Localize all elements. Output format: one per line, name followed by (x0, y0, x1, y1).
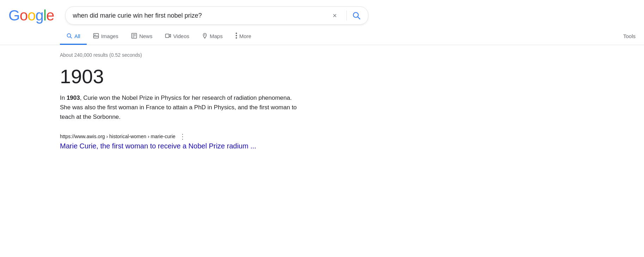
svg-line-1 (358, 17, 360, 19)
search-bar: × (65, 6, 368, 25)
nav-images-label: Images (101, 33, 118, 39)
search-nav-icon (66, 33, 72, 40)
search-divider (346, 11, 347, 20)
nav-item-more[interactable]: More (229, 27, 258, 45)
result-title-link[interactable]: Marie Curie, the first woman to receive … (60, 142, 256, 150)
nav-item-all[interactable]: All (60, 28, 87, 45)
logo-l: l (43, 7, 46, 24)
images-nav-icon (93, 33, 99, 40)
nav-items: All Images News (60, 27, 615, 45)
logo-g2: g (35, 7, 43, 24)
nav-all-label: All (74, 33, 80, 39)
svg-rect-10 (166, 34, 169, 37)
featured-answer: 1903 In 1903, Curie won the Nobel Prize … (60, 66, 303, 122)
result-options-icon[interactable]: ⋮ (179, 132, 187, 141)
logo-e: e (46, 7, 54, 24)
more-nav-icon (235, 32, 237, 40)
results-stats: About 240,000 results (0.52 seconds) (60, 52, 303, 58)
clear-icon[interactable]: × (333, 12, 337, 20)
logo-o1: o (20, 7, 27, 24)
nav-item-news[interactable]: News (125, 28, 159, 45)
nav-videos-label: Videos (173, 33, 189, 39)
featured-description: In 1903, Curie won the Nobel Prize in Ph… (60, 93, 303, 122)
logo-o2: o (27, 7, 35, 24)
maps-nav-icon (202, 33, 208, 40)
search-input[interactable] (73, 12, 332, 19)
search-result: https://www.awis.org › historical-women … (60, 132, 303, 150)
videos-nav-icon (165, 33, 171, 40)
svg-rect-4 (93, 33, 98, 38)
nav-maps-label: Maps (210, 33, 223, 39)
search-icon (352, 11, 361, 20)
logo-g1: G (8, 7, 20, 24)
main-content: About 240,000 results (0.52 seconds) 190… (0, 45, 303, 157)
featured-description-text: , Curie won the Nobel Prize in Physics f… (60, 94, 297, 120)
svg-point-14 (235, 37, 237, 39)
featured-year-bold: 1903 (67, 94, 80, 101)
nav-more-label: More (239, 33, 251, 39)
svg-line-3 (70, 37, 72, 38)
svg-point-13 (235, 35, 237, 36)
news-nav-icon (131, 33, 137, 40)
result-url-bar: https://www.awis.org › historical-women … (60, 132, 303, 141)
google-logo[interactable]: Google (8, 7, 54, 24)
nav-bar: All Images News (0, 27, 644, 45)
nav-item-maps[interactable]: Maps (196, 28, 229, 45)
nav-news-label: News (139, 33, 153, 39)
result-url: https://www.awis.org › historical-women … (60, 134, 176, 139)
search-button[interactable] (352, 11, 361, 20)
svg-point-11 (204, 34, 205, 35)
featured-year: 1903 (60, 66, 303, 87)
header: Google × (0, 0, 644, 25)
nav-item-videos[interactable]: Videos (159, 28, 196, 45)
search-bar-wrapper: × (65, 6, 368, 25)
nav-tools[interactable]: Tools (615, 28, 644, 44)
svg-point-12 (235, 33, 237, 34)
nav-item-images[interactable]: Images (87, 28, 125, 45)
